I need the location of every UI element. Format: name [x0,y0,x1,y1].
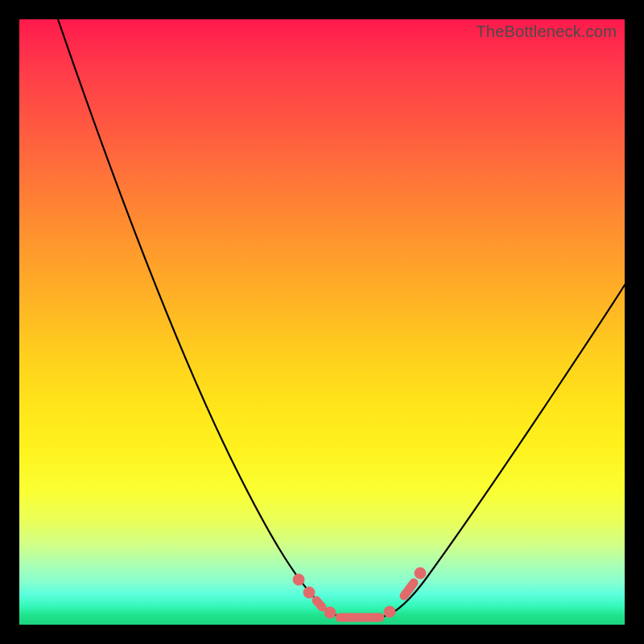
bead [384,606,395,617]
left-branch [58,19,340,617]
curve-layer [19,19,625,625]
bead [415,568,426,579]
outer-frame: TheBottleneck.com [0,0,644,644]
bead [293,574,304,585]
bead-segment [316,601,322,607]
right-branch [383,285,625,617]
bead [303,587,315,598]
bead-segment [404,583,414,596]
plot-area: TheBottleneck.com [19,19,625,625]
bead [324,607,336,618]
